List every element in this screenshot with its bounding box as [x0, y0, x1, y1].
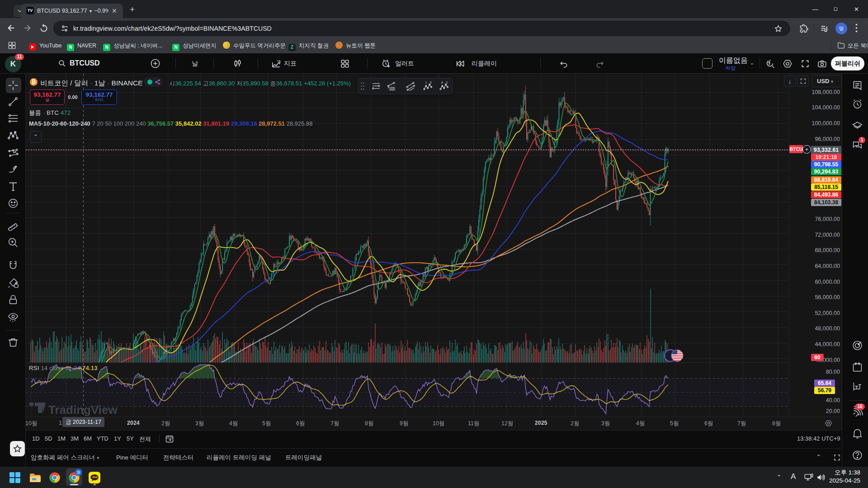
svg-text:1: 1	[425, 81, 427, 84]
svg-text:TALK: TALK	[92, 476, 98, 479]
svg-text:A: A	[441, 81, 443, 84]
svg-text:5: 5	[430, 81, 432, 84]
svg-text:C: C	[446, 81, 448, 84]
